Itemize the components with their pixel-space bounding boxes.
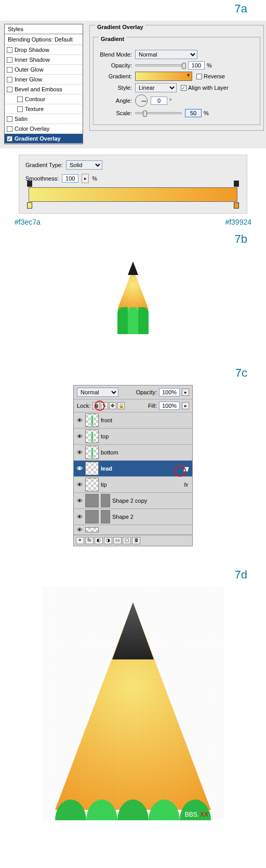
- layers-panel: Normal Opacity: ▸ Lock: ▦ ✎ ✥ 🔒 Fill: ▸ …: [73, 385, 193, 546]
- gradient-row: Gradient: Reverse: [97, 72, 257, 81]
- align-check[interactable]: Align with Layer: [181, 85, 229, 91]
- fx-contour[interactable]: Contour: [5, 94, 83, 104]
- step-label-7b: 7b: [0, 226, 266, 251]
- layer-fill-input[interactable]: [159, 402, 180, 410]
- layer-thumb[interactable]: [85, 414, 99, 427]
- layers-footer: ⚭ fx ◐ ◑ ▭ ▢ 🗑: [74, 535, 192, 546]
- fx-icon[interactable]: fx: [85, 537, 94, 544]
- layer-opacity-input[interactable]: [159, 388, 180, 396]
- checkbox-icon[interactable]: [7, 77, 12, 82]
- gradient-type-row: Gradient Type: Solid: [25, 160, 241, 170]
- opacity-stop-left[interactable]: [27, 181, 32, 187]
- opacity-input[interactable]: [188, 61, 205, 70]
- fx-bevel-emboss[interactable]: Bevel and Emboss: [5, 85, 83, 94]
- layer-row-bottom[interactable]: 👁bottom: [74, 445, 192, 461]
- dropdown-icon[interactable]: ▸: [182, 389, 189, 396]
- blending-options-row[interactable]: Blending Options: Default: [5, 34, 83, 45]
- layer-thumb[interactable]: [85, 478, 99, 491]
- eye-icon[interactable]: 👁: [76, 465, 83, 472]
- style-select[interactable]: Linear: [135, 83, 177, 92]
- eye-icon[interactable]: 👁: [76, 497, 83, 504]
- dropdown-icon[interactable]: ▸: [82, 174, 89, 183]
- eye-icon[interactable]: 👁: [76, 526, 83, 533]
- lock-transparent-icon[interactable]: ▦: [92, 402, 100, 409]
- slider-knob-icon[interactable]: [143, 111, 147, 117]
- layer-row-front[interactable]: 👁front: [74, 412, 192, 429]
- opacity-stop-right[interactable]: [234, 181, 239, 187]
- folder-icon[interactable]: ▭: [113, 537, 122, 544]
- layer-row-shape2[interactable]: 👁Shape 2: [74, 509, 192, 525]
- layer-thumb[interactable]: [85, 446, 99, 459]
- scale-row: Scale: %: [97, 109, 257, 117]
- angle-dial[interactable]: [135, 94, 148, 107]
- gradient-type-select[interactable]: Solid: [66, 160, 102, 170]
- eye-icon[interactable]: 👁: [76, 433, 83, 440]
- mask-thumb[interactable]: [101, 510, 110, 523]
- gradient-type-label: Gradient Type:: [25, 162, 63, 168]
- fx-gradient-overlay[interactable]: Gradient Overlay: [5, 134, 83, 144]
- fx-outer-glow[interactable]: Outer Glow: [5, 65, 83, 75]
- opacity-slider[interactable]: [135, 64, 185, 66]
- eye-icon[interactable]: 👁: [76, 417, 83, 424]
- checkbox-icon[interactable]: [7, 67, 12, 73]
- style-row: Style: Linear Align with Layer: [97, 83, 257, 92]
- layer-name: Shape 2 copy: [112, 498, 147, 504]
- checkbox-icon[interactable]: [7, 57, 12, 63]
- lock-image-icon[interactable]: ✎: [101, 402, 108, 409]
- smoothness-input[interactable]: [62, 174, 78, 183]
- checkbox-icon[interactable]: [17, 106, 23, 112]
- fx-inner-glow[interactable]: Inner Glow: [5, 75, 83, 85]
- layer-row-shape2copy[interactable]: 👁Shape 2 copy: [74, 493, 192, 509]
- layer-name: bottom: [101, 449, 118, 456]
- checkbox-icon[interactable]: [7, 126, 12, 132]
- layer-thumb[interactable]: [85, 510, 99, 523]
- fx-satin[interactable]: Satin: [5, 114, 83, 124]
- gradient-label: Gradient:: [97, 73, 135, 79]
- dropdown-icon[interactable]: ▸: [182, 402, 189, 409]
- fx-inner-shadow[interactable]: Inner Shadow: [5, 55, 83, 65]
- layer-row-top[interactable]: 👁top: [74, 429, 192, 445]
- layer-thumb[interactable]: [85, 430, 99, 443]
- checkbox-icon[interactable]: [181, 85, 187, 91]
- blend-mode-select[interactable]: Normal: [135, 50, 197, 59]
- eye-icon[interactable]: 👁: [76, 449, 83, 456]
- fx-color-overlay[interactable]: Color Overlay: [5, 124, 83, 134]
- slider-knob-icon[interactable]: [182, 63, 186, 69]
- trash-icon[interactable]: 🗑: [132, 537, 140, 544]
- checkbox-icon[interactable]: [196, 74, 202, 79]
- layer-badge-icon: ▦: [183, 466, 188, 472]
- color-stop-right[interactable]: [234, 202, 239, 209]
- link-icon[interactable]: ⚭: [76, 537, 84, 544]
- scale-input[interactable]: [185, 109, 202, 117]
- gradient-bar[interactable]: [29, 187, 237, 202]
- gradient-editor: Gradient Type: Solid Smoothness: ▸ %: [19, 155, 247, 214]
- checkbox-icon[interactable]: [7, 116, 12, 122]
- checkbox-icon[interactable]: [7, 87, 12, 92]
- gradient-swatch[interactable]: [135, 72, 192, 81]
- fx-drop-shadow[interactable]: Drop Shadow: [5, 45, 83, 55]
- eye-icon[interactable]: 👁: [76, 513, 83, 520]
- checkbox-icon[interactable]: [17, 97, 23, 102]
- adjust-icon[interactable]: ◑: [104, 537, 112, 544]
- lock-position-icon[interactable]: ✥: [109, 402, 116, 409]
- eye-icon[interactable]: 👁: [76, 481, 83, 488]
- layer-row-lead[interactable]: 👁lead▦: [74, 461, 192, 477]
- checkbox-icon[interactable]: [7, 47, 12, 53]
- layer-row-extra[interactable]: 👁: [74, 525, 192, 535]
- scale-slider[interactable]: [135, 112, 182, 114]
- mask-thumb[interactable]: [101, 494, 110, 507]
- layer-thumb[interactable]: [85, 494, 99, 507]
- reverse-check[interactable]: Reverse: [196, 73, 225, 79]
- color-stop-left[interactable]: [27, 202, 32, 209]
- angle-input[interactable]: [151, 97, 167, 105]
- fx-badge-icon[interactable]: fx: [184, 482, 188, 488]
- layer-thumb[interactable]: [85, 462, 99, 475]
- layer-thumb[interactable]: [85, 527, 99, 532]
- layer-blend-select[interactable]: Normal: [77, 388, 118, 397]
- fx-texture[interactable]: Texture: [5, 104, 83, 114]
- new-layer-icon[interactable]: ▢: [123, 537, 131, 544]
- layer-row-tip[interactable]: 👁tipfx: [74, 477, 192, 493]
- lock-all-icon[interactable]: 🔒: [117, 402, 125, 409]
- mask-icon[interactable]: ◐: [95, 537, 103, 544]
- checkbox-icon[interactable]: [7, 136, 12, 142]
